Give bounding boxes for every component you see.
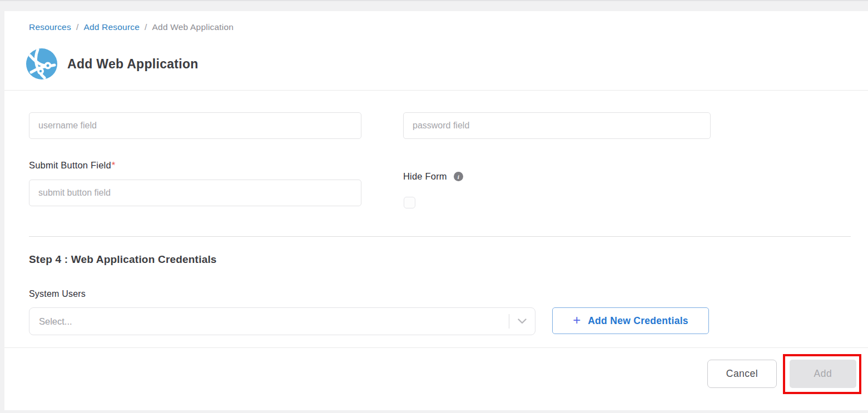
cancel-button[interactable]: Cancel	[707, 360, 777, 388]
breadcrumb-separator: /	[145, 22, 147, 32]
page-top-border	[0, 0, 868, 1]
add-web-application-panel: Resources / Add Resource / Add Web Appli…	[4, 11, 868, 410]
breadcrumb-resources-link[interactable]: Resources	[29, 22, 71, 32]
password-field-input[interactable]	[403, 112, 711, 139]
username-field-input[interactable]	[29, 112, 361, 139]
add-button[interactable]: Add	[790, 360, 856, 388]
chevron-down-icon[interactable]	[509, 319, 535, 324]
breadcrumb-add-resource-link[interactable]: Add Resource	[83, 22, 140, 32]
add-new-credentials-button[interactable]: + Add New Credentials	[552, 307, 709, 334]
breadcrumb-current-page: Add Web Application	[152, 22, 234, 32]
web-application-globe-icon	[26, 48, 58, 80]
header-divider	[4, 90, 868, 91]
step4-heading: Step 4 : Web Application Credentials	[29, 253, 217, 266]
select-placeholder: Select...	[29, 316, 509, 327]
system-users-select[interactable]: Select...	[29, 307, 535, 335]
footer-divider	[4, 347, 868, 348]
required-asterisk: *	[112, 160, 116, 170]
hide-form-checkbox[interactable]	[404, 197, 415, 208]
page-title: Add Web Application	[67, 57, 199, 72]
hide-form-label: Hide Form	[403, 171, 447, 182]
section-divider	[29, 236, 851, 237]
add-new-credentials-label: Add New Credentials	[588, 315, 688, 327]
submit-button-field-label-text: Submit Button Field	[29, 160, 111, 170]
page-header: Add Web Application	[26, 48, 199, 80]
submit-button-field-label: Submit Button Field*	[29, 160, 115, 171]
plus-icon: +	[573, 314, 581, 327]
submit-button-field-input[interactable]	[29, 180, 361, 206]
system-users-label: System Users	[29, 289, 86, 299]
breadcrumb: Resources / Add Resource / Add Web Appli…	[29, 22, 234, 32]
hide-form-label-row: Hide Form i	[403, 171, 463, 182]
breadcrumb-separator: /	[76, 22, 79, 32]
info-icon[interactable]: i	[454, 172, 463, 181]
